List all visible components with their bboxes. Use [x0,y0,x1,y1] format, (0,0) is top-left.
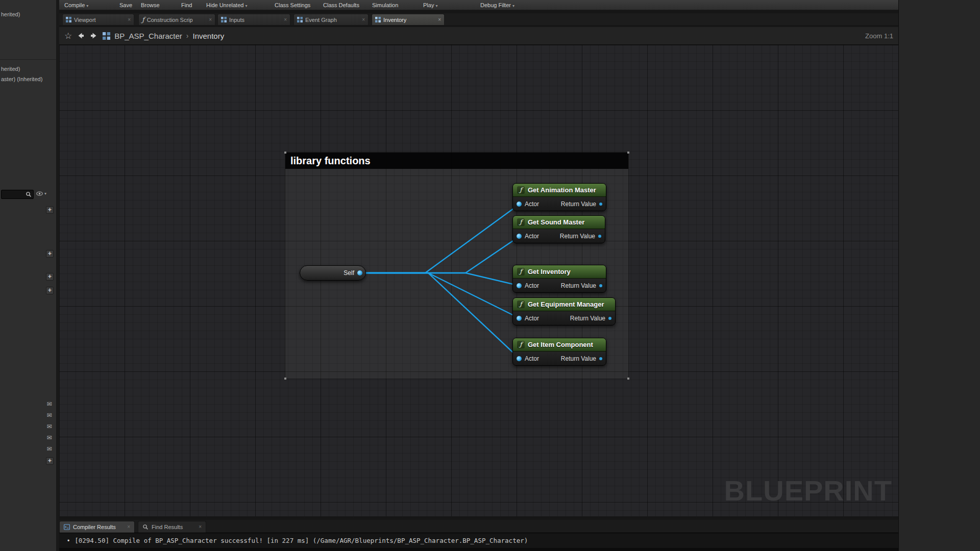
pin-label: Actor [525,315,539,322]
node-body: Actor Return Value [513,197,606,211]
node-get-item-component[interactable]: ƒ Get Item Component Actor Return Value [512,338,606,366]
output-pin-return-value[interactable] [598,235,601,238]
node-get-inventory[interactable]: ƒ Get Inventory Actor Return Value [512,265,606,293]
comment-header[interactable]: library functions [285,153,628,169]
event-dispatcher-icon: ✉ [45,422,54,431]
node-header[interactable]: ƒ Get Sound Master [513,216,605,229]
browse-button[interactable]: Browse [139,0,162,10]
zoom-level: Zoom 1:1 [865,32,893,40]
input-pin-actor[interactable] [517,356,522,361]
pin-label: Return Value [570,315,605,322]
resize-handle[interactable] [284,152,286,154]
visibility-filter-button[interactable]: ▾ [36,191,46,196]
graph-icon [375,17,381,22]
close-icon[interactable]: × [362,17,365,22]
close-icon[interactable]: × [127,524,130,530]
output-pin-return-value[interactable] [599,357,602,360]
log-message: [0294.50] Compile of BP_ASP_Character su… [75,537,528,544]
add-item-button[interactable]: + [46,250,54,258]
add-item-button[interactable]: + [46,206,54,214]
close-icon[interactable]: × [199,524,202,530]
breadcrumb-current[interactable]: Inventory [193,32,225,40]
find-button[interactable]: Find [179,0,194,10]
close-icon[interactable]: × [128,17,131,22]
tab-find-results[interactable]: Find Results × [138,521,206,533]
node-header[interactable]: ƒ Get Item Component [513,338,606,352]
add-item-button[interactable]: + [46,457,54,465]
breadcrumb-separator: › [186,32,189,40]
output-pin-self[interactable] [357,270,362,276]
save-button[interactable]: Save [117,0,134,10]
search-icon [26,191,32,197]
function-icon: ƒ [517,186,525,194]
output-pin-return-value[interactable] [599,203,602,206]
node-header[interactable]: ƒ Get Animation Master [513,184,606,197]
node-header[interactable]: ƒ Get Equipment Manager [513,298,615,311]
clipped-label: aster) (Inherited) [1,76,42,82]
node-self[interactable]: Self [300,265,366,281]
debug-filter-button[interactable]: Debug Filter▾ [478,0,517,10]
node-get-animation-master[interactable]: ƒ Get Animation Master Actor Return Valu… [512,183,606,211]
clipped-label: herited) [1,66,20,72]
function-icon: ƒ [517,268,525,276]
close-icon[interactable]: × [209,17,212,22]
tab-construction-script[interactable]: ƒ Construction Scrip × [138,14,215,25]
class-settings-button[interactable]: Class Settings [273,0,312,10]
graph-icon [297,17,303,22]
blueprint-watermark: BLUEPRINT [724,474,892,507]
document-tabbar: Viewport × ƒ Construction Scrip × Inputs… [59,13,898,25]
bottom-tabbar: Compiler Results × Find Results × [59,520,898,533]
event-dispatcher-icon: ✉ [45,445,54,453]
node-header[interactable]: ƒ Get Inventory [513,265,606,279]
forward-arrow-icon[interactable] [89,32,99,40]
input-pin-actor[interactable] [517,283,522,288]
window-edge [59,548,898,551]
input-pin-actor[interactable] [517,202,522,207]
node-title: Get Item Component [528,341,593,348]
graph-canvas[interactable]: BLUEPRINT library functions Self [59,45,898,516]
tab-inputs[interactable]: Inputs × [217,14,290,25]
input-pin-actor[interactable] [517,234,522,239]
back-arrow-icon[interactable] [76,32,85,40]
resize-handle[interactable] [627,378,629,380]
tab-compiler-results[interactable]: Compiler Results × [59,521,135,533]
node-title: Self [344,269,354,277]
compile-button[interactable]: Compile▾ [62,0,90,10]
node-title: Get Animation Master [528,186,596,194]
favorite-star-icon[interactable]: ☆ [64,31,72,41]
node-body: Actor Return Value [513,279,606,292]
blueprint-editor: Compile▾ Save Browse Find Hide Unrelated… [59,0,898,551]
tab-event-graph[interactable]: Event Graph × [293,14,369,25]
close-icon[interactable]: × [284,17,287,22]
resize-handle[interactable] [284,378,286,380]
node-get-sound-master[interactable]: ƒ Get Sound Master Actor Return Value [512,215,605,243]
tab-viewport[interactable]: Viewport × [62,14,134,25]
dropdown-caret-icon: ▾ [86,4,88,8]
clipped-label: herited) [1,11,20,17]
node-body: Actor Return Value [513,229,605,243]
dropdown-caret-icon: ▾ [435,4,437,8]
output-pin-return-value[interactable] [608,317,611,320]
compiler-results-icon [64,524,70,530]
comment-title: library functions [290,155,371,167]
dropdown-caret-icon: ▾ [512,4,514,8]
chevron-down-icon: ▾ [44,191,46,196]
pin-label: Return Value [561,282,596,289]
output-pin-return-value[interactable] [599,284,602,287]
simulation-button[interactable]: Simulation [370,0,400,10]
play-button[interactable]: Play▾ [421,0,439,10]
class-defaults-button[interactable]: Class Defaults [321,0,361,10]
resize-handle[interactable] [627,152,629,154]
add-item-button[interactable]: + [46,287,54,294]
node-get-equipment-manager[interactable]: ƒ Get Equipment Manager Actor Return Val… [512,297,616,325]
input-pin-actor[interactable] [517,316,522,321]
search-input[interactable] [1,190,34,199]
close-icon[interactable]: × [438,17,441,22]
search-icon [142,524,149,530]
tab-inventory[interactable]: Inventory × [372,14,445,25]
add-item-button[interactable]: + [46,273,54,281]
my-blueprint-panel: herited) herited) aster) (Inherited) ▾ +… [0,0,56,551]
breadcrumb-root[interactable]: BP_ASP_Character [114,32,182,40]
hide-unrelated-button[interactable]: Hide Unrelated▾ [204,0,249,10]
pin-label: Return Value [560,233,595,240]
